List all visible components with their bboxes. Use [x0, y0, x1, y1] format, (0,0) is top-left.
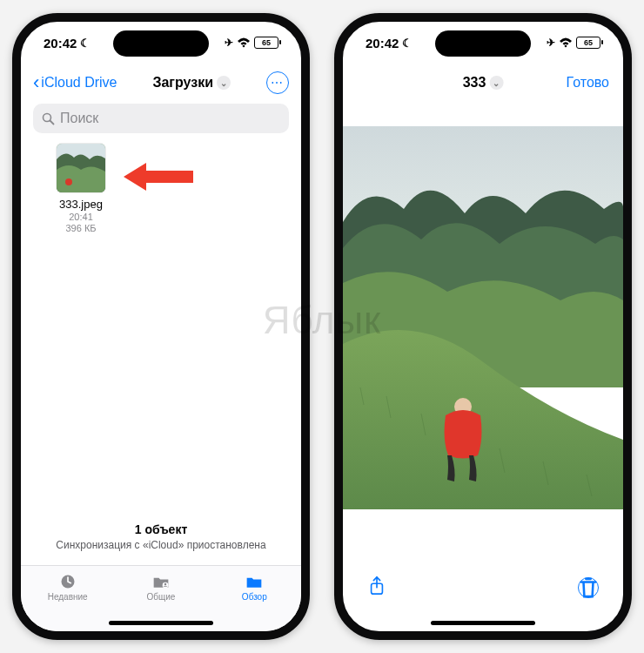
trash-circle-icon: [578, 577, 599, 598]
tab-shared[interactable]: Общие: [126, 573, 196, 602]
back-label: iCloud Drive: [41, 75, 117, 91]
back-button[interactable]: ‹ iCloud Drive: [33, 73, 117, 92]
chevron-down-icon: ⌄: [489, 76, 503, 90]
file-thumbnail: [57, 144, 105, 192]
viewer-nav-bar: 333 ⌄ Готово: [343, 65, 623, 100]
chevron-left-icon: ‹: [33, 73, 39, 92]
clock-icon: [58, 573, 77, 590]
share-button[interactable]: [367, 576, 386, 600]
airplane-mode-icon: ✈: [225, 37, 233, 49]
files-nav-bar: ‹ iCloud Drive Загрузки ⌄ ⋯: [21, 65, 301, 100]
tab-recents[interactable]: Недавние: [33, 573, 103, 602]
svg-line-1: [50, 120, 54, 124]
phone-viewer: 20:42 ☾ ✈ 65 333 ⌄ Готово: [334, 13, 632, 640]
do-not-disturb-icon: ☾: [402, 37, 413, 50]
battery-icon: 65: [576, 37, 600, 49]
wifi-icon: [237, 37, 251, 48]
file-time: 20:41: [69, 212, 93, 222]
search-field[interactable]: Поиск: [33, 104, 289, 133]
folder-title[interactable]: Загрузки ⌄: [152, 75, 231, 91]
status-time: 20:42: [366, 36, 399, 50]
file-item[interactable]: 333.jpeg 20:41 396 КБ: [33, 144, 129, 233]
airplane-mode-icon: ✈: [547, 37, 555, 49]
file-name: 333.jpeg: [59, 198, 103, 211]
ellipsis-icon: ⋯: [271, 76, 284, 90]
viewer-title[interactable]: 333 ⌄: [463, 75, 504, 91]
svg-point-7: [164, 583, 167, 586]
search-placeholder: Поиск: [60, 111, 98, 126]
photo-viewer[interactable]: [343, 126, 623, 509]
status-time: 20:42: [44, 36, 77, 50]
dynamic-island: [113, 30, 209, 57]
folder-icon: [245, 573, 264, 590]
folder-shared-icon: [151, 573, 171, 590]
chevron-down-icon: ⌄: [217, 76, 231, 90]
phone-files: 20:42 ☾ ✈ 65 ‹ iCloud Drive Загрузки ⌄ ⋯…: [12, 13, 310, 640]
home-indicator[interactable]: [109, 621, 213, 625]
callout-arrow-icon: [124, 161, 193, 196]
file-size: 396 КБ: [65, 223, 96, 233]
do-not-disturb-icon: ☾: [80, 37, 91, 50]
sync-status: Синхронизация с «iCloud» приостановлена: [21, 539, 301, 551]
svg-point-3: [65, 178, 72, 185]
wifi-icon: [559, 37, 573, 48]
dynamic-island: [435, 30, 531, 57]
battery-icon: 65: [254, 37, 278, 49]
tab-browse[interactable]: Обзор: [219, 573, 289, 602]
search-icon: [42, 112, 55, 125]
delete-button[interactable]: [578, 577, 599, 598]
item-count: 1 объект: [21, 522, 301, 536]
footer-info: 1 объект Синхронизация с «iCloud» приост…: [21, 522, 301, 551]
home-indicator[interactable]: [431, 621, 535, 625]
svg-marker-4: [124, 163, 193, 191]
done-button[interactable]: Готово: [567, 75, 609, 91]
more-options-button[interactable]: ⋯: [266, 71, 289, 94]
viewer-toolbar: [343, 569, 623, 607]
share-icon: [367, 576, 386, 596]
